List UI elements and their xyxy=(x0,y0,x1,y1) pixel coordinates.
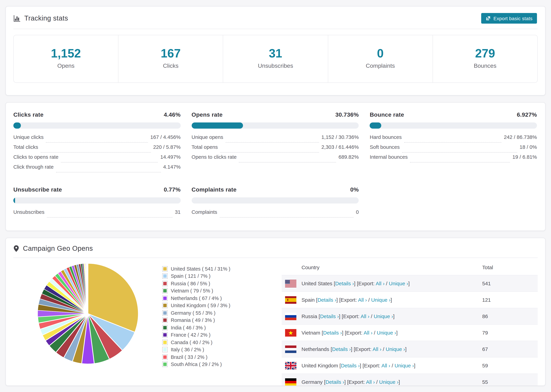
details-link[interactable]: Details › xyxy=(332,346,351,352)
legend-swatch xyxy=(162,340,167,345)
legend-swatch xyxy=(162,296,167,301)
summary-label: Unsubscribes xyxy=(223,63,328,70)
dotted-leader xyxy=(239,162,336,162)
progress-bar-fill xyxy=(370,122,381,129)
dotted-leader xyxy=(404,142,501,143)
export-all-link[interactable]: All › xyxy=(360,313,369,319)
country-cell: United Kingdom [Details ›] [Export: All … xyxy=(302,363,415,368)
legend-swatch xyxy=(162,355,167,359)
geo-table: Country Total United States [Details ›] … xyxy=(282,260,538,386)
details-link[interactable]: Details › xyxy=(318,297,336,303)
legend-swatch xyxy=(162,303,167,308)
country-cell: United States [Details ›] [Export: All ›… xyxy=(302,280,410,286)
rate-panel-clicks-rate: Clicks rate 4.46% Unique clicks 167 / 4.… xyxy=(13,112,181,174)
export-unique-link[interactable]: Unique › xyxy=(389,280,408,286)
flag-nl-icon xyxy=(285,345,296,353)
geo-pie-chart xyxy=(13,258,162,367)
export-unique-link[interactable]: Unique › xyxy=(379,379,399,385)
export-all-link[interactable]: All › xyxy=(358,297,367,303)
export-unique-link[interactable]: Unique › xyxy=(377,330,396,336)
legend-item-italy: Italy ( 36 / 2% ) xyxy=(162,346,282,353)
stat-row-internal-bounces: Internal bounces 19 / 6.81% xyxy=(370,154,537,164)
tracking-stats-header: Tracking stats Export basic stats xyxy=(6,7,545,29)
geo-row-netherlands: Netherlands [Details ›] [Export: All › /… xyxy=(282,341,538,357)
legend-label: Romania ( 49 / 3% ) xyxy=(171,318,215,323)
legend-swatch xyxy=(162,288,167,293)
legend-label: South Africa ( 29 / 2% ) xyxy=(171,362,222,367)
rate-value: 0.77% xyxy=(164,186,181,193)
summary-value: 167 xyxy=(118,47,223,59)
dotted-leader xyxy=(46,142,148,143)
rate-title: Complaints rate xyxy=(191,186,236,193)
dotted-leader xyxy=(219,217,353,217)
summary-value: 1,152 xyxy=(14,47,118,59)
progress-bar xyxy=(13,197,181,203)
dotted-leader xyxy=(402,152,517,153)
summary-label: Opens xyxy=(14,63,118,70)
export-all-link[interactable]: All › xyxy=(373,346,381,352)
details-link[interactable]: Details › xyxy=(341,363,360,368)
rates-card: Clicks rate 4.46% Unique clicks 167 / 4.… xyxy=(6,102,545,231)
details-link[interactable]: Details › xyxy=(325,379,344,385)
stat-row-complaints: Complaints 0 xyxy=(191,209,359,219)
legend-label: Spain ( 121 / 7% ) xyxy=(171,273,211,279)
summary-label: Clicks xyxy=(118,63,223,70)
export-all-link[interactable]: All › xyxy=(376,280,385,286)
rate-panel-opens-rate: Opens rate 30.736% Unique opens 1,152 / … xyxy=(191,112,359,174)
details-link[interactable]: Details › xyxy=(320,313,339,319)
legend-label: France ( 42 / 2% ) xyxy=(171,332,211,338)
legend-swatch xyxy=(162,266,167,271)
country-cell: Germany [Details ›] [Export: All › / Uni… xyxy=(302,379,400,385)
legend-label: Vietnam ( 79 / 5% ) xyxy=(171,288,213,294)
flag-de-icon xyxy=(285,378,296,386)
dotted-leader xyxy=(61,162,158,162)
map-pin-icon xyxy=(13,245,19,252)
flag-us-icon xyxy=(285,280,296,287)
legend-swatch xyxy=(162,333,167,337)
progress-bar xyxy=(370,122,537,129)
export-unique-link[interactable]: Unique › xyxy=(395,363,414,368)
country-cell: Spain [Details ›] [Export: All › / Uniqu… xyxy=(302,297,392,303)
export-all-link[interactable]: All › xyxy=(366,379,375,385)
legend-swatch xyxy=(162,274,167,279)
flag-es-icon xyxy=(285,296,296,304)
legend-swatch xyxy=(162,311,167,315)
rate-panel-complaints-rate: Complaints rate 0% Complaints 0 xyxy=(191,186,359,219)
export-basic-stats-button[interactable]: Export basic stats xyxy=(481,13,537,24)
legend-swatch xyxy=(162,362,167,367)
progress-bar-fill xyxy=(13,197,15,203)
geo-row-vietnam: Vietnam [Details ›] [Export: All › / Uni… xyxy=(282,324,538,341)
summary-stats-row: 1,152 Opens 167 Clicks 31 Unsubscribes 0… xyxy=(13,35,538,83)
country-cell: Vietnam [Details ›] [Export: All › / Uni… xyxy=(302,330,397,336)
export-all-link[interactable]: All › xyxy=(364,330,373,336)
stat-row-hard-bounces: Hard bounces 242 / 86.738% xyxy=(370,134,537,144)
total-cell: 59 xyxy=(482,363,533,368)
progress-bar xyxy=(191,122,359,129)
summary-opens: 1,152 Opens xyxy=(14,35,118,83)
legend-item-germany: Germany ( 55 / 3% ) xyxy=(162,309,282,317)
country-cell: Netherlands [Details ›] [Export: All › /… xyxy=(302,346,407,352)
legend-label: Brazil ( 33 / 2% ) xyxy=(171,354,207,360)
flag-ru-icon xyxy=(285,313,296,320)
geo-row-united-states: United States [Details ›] [Export: All ›… xyxy=(282,275,538,291)
progress-bar xyxy=(191,197,359,203)
tracking-stats-card: Tracking stats Export basic stats 1,152 … xyxy=(6,6,545,95)
stat-row-unique-opens: Unique opens 1,152 / 30.736% xyxy=(191,134,359,144)
export-unique-link[interactable]: Unique › xyxy=(386,346,405,352)
export-unique-link[interactable]: Unique › xyxy=(371,297,390,303)
stat-row-total-opens: Total opens 2,303 / 61.446% xyxy=(191,144,359,154)
rates-grid: Clicks rate 4.46% Unique clicks 167 / 4.… xyxy=(13,112,537,219)
export-all-link[interactable]: All › xyxy=(381,363,390,368)
details-link[interactable]: Details › xyxy=(323,330,342,336)
total-cell: 541 xyxy=(482,280,533,286)
stat-row-unsubscribes: Unsubscribes 31 xyxy=(13,209,181,219)
progress-bar-fill xyxy=(13,122,21,129)
column-header-total: Total xyxy=(482,264,533,270)
summary-value: 0 xyxy=(328,47,432,59)
export-unique-link[interactable]: Unique › xyxy=(374,313,393,319)
legend-swatch xyxy=(162,325,167,330)
rate-value: 30.736% xyxy=(335,112,359,118)
legend-item-united-states: United States ( 541 / 31% ) xyxy=(162,265,282,273)
geo-header: Campaign Geo Opens xyxy=(6,238,545,258)
details-link[interactable]: Details › xyxy=(335,280,354,286)
